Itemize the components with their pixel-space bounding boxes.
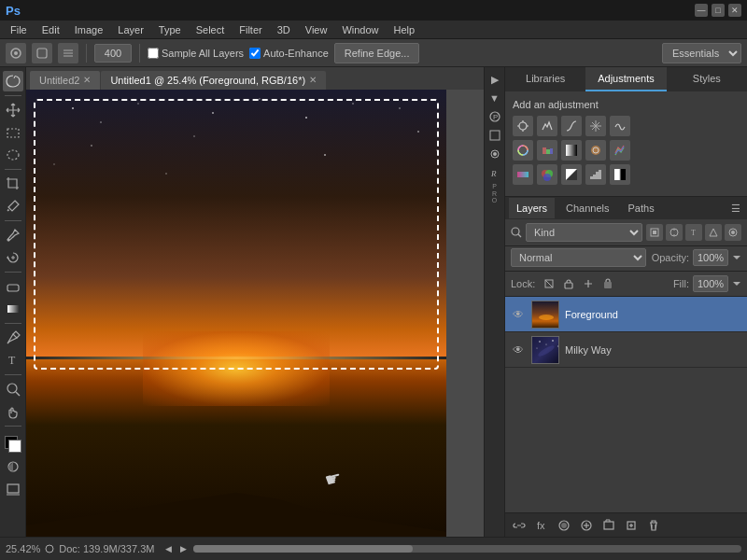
adj-levels-icon[interactable] [537,116,557,136]
tab-close-untitled1[interactable]: ✕ [309,71,317,90]
lasso-tool[interactable] [3,71,23,91]
tool-preset-icon[interactable] [6,43,26,63]
adj-curves-icon[interactable] [561,116,582,136]
brush-options-icon[interactable] [32,43,52,63]
title-bar-controls[interactable]: — □ ✕ [695,4,741,17]
ellipse-select-tool[interactable] [3,145,23,165]
size-input[interactable] [94,44,132,63]
brush-tool[interactable] [3,225,23,245]
opacity-input[interactable] [693,249,728,266]
auto-enhance-checkbox[interactable] [249,48,261,59]
layers-panel-menu[interactable]: ☰ [728,201,743,216]
new-adjustment-button[interactable] [578,517,595,534]
close-button[interactable]: ✕ [728,4,741,17]
zoom-tool[interactable] [3,379,23,399]
canvas-container[interactable]: ☛ [26,90,484,537]
eyedropper-tool[interactable] [3,196,23,217]
add-layer-style-button[interactable]: fx [533,517,550,534]
adj-brightness-icon[interactable] [513,116,533,136]
maximize-button[interactable]: □ [712,4,725,17]
sample-all-layers-checkbox[interactable] [148,48,159,59]
lock-image-icon[interactable] [560,275,577,292]
right-btn-5[interactable] [486,146,503,162]
menu-layer[interactable]: Layer [111,21,150,39]
menu-select[interactable]: Select [190,21,232,39]
delete-layer-button[interactable] [645,517,662,534]
tab-close-untitled2[interactable]: ✕ [83,71,91,90]
menu-help[interactable]: Help [388,21,422,39]
right-btn-4[interactable] [486,127,503,144]
filter-shape-icon[interactable] [705,224,722,241]
tab-libraries[interactable]: Libraries [505,67,585,91]
gradient-tool[interactable] [3,299,23,319]
layer-eye-foreground[interactable]: 👁 [511,307,526,322]
adj-hue-icon[interactable] [513,140,533,161]
menu-view[interactable]: View [299,21,334,39]
scrollbar-thumb[interactable] [193,545,413,553]
adj-blackwhite-icon[interactable] [561,140,582,161]
paths-tab[interactable]: Paths [621,198,662,218]
layer-row-milkyway[interactable]: 👁 [505,332,747,368]
layer-row-foreground[interactable]: 👁 [505,297,747,332]
minimize-button[interactable]: — [695,4,708,17]
menu-image[interactable]: Image [68,21,110,39]
pen-tool[interactable] [3,328,23,348]
channels-tab[interactable]: Channels [558,198,616,218]
new-group-button[interactable] [600,517,617,534]
filter-adjustment-icon[interactable] [666,224,683,241]
tab-adjustments[interactable]: Adjustments [585,67,666,91]
text-tool[interactable]: T [3,350,23,371]
filter-pixel-icon[interactable] [646,224,663,241]
adj-exposure-icon[interactable] [585,116,606,136]
hand-tool[interactable] [3,401,23,422]
menu-file[interactable]: File [4,21,34,39]
menu-type[interactable]: Type [152,21,188,39]
layers-kind-filter[interactable]: Kind [526,223,642,242]
right-btn-2[interactable]: ▼ [486,90,503,106]
nav-next[interactable]: ▶ [176,542,190,555]
menu-window[interactable]: Window [335,21,385,39]
adj-channel-mixer-icon[interactable] [610,140,630,161]
screen-mode-tool[interactable] [3,479,23,499]
lock-move-icon[interactable] [580,275,597,292]
refine-edge-button[interactable]: Refine Edge... [334,43,420,63]
auto-enhance-label[interactable]: Auto-Enhance [249,48,329,59]
color-swatches[interactable] [3,434,23,455]
adj-photo-filter-icon[interactable] [585,140,606,161]
sample-all-layers-label[interactable]: Sample All Layers [148,48,244,59]
clone-stamp-tool[interactable] [3,247,23,268]
blend-mode-dropdown[interactable]: Normal Multiply Screen Overlay [511,248,646,267]
adj-gradient-map-icon[interactable] [513,164,533,185]
right-btn-1[interactable]: ▶ [486,71,503,88]
filter-smart-icon[interactable] [725,224,741,241]
adj-threshold-icon[interactable] [610,164,630,185]
horizontal-scrollbar[interactable] [193,545,741,553]
menu-3d[interactable]: 3D [271,21,297,39]
link-layers-button[interactable] [511,517,528,534]
adj-selective-color-icon[interactable] [537,164,557,185]
add-mask-button[interactable] [556,517,572,534]
marquee-tool[interactable] [3,122,23,143]
menu-filter[interactable]: Filter [233,21,268,39]
adj-posterize-icon[interactable] [585,164,606,185]
workspace-dropdown[interactable]: Essentials [662,43,741,63]
tab-untitled1[interactable]: Untitled1 @ 25.4% (Foreground, RGB/16*) … [101,71,326,90]
nav-prev[interactable]: ◀ [162,542,175,555]
filter-type-icon[interactable]: T [685,224,702,241]
new-layer-button[interactable] [623,517,640,534]
menu-edit[interactable]: Edit [35,21,66,39]
tab-untitled2[interactable]: Untitled2 ✕ [30,71,100,90]
fill-input[interactable] [693,275,728,292]
adj-colorbalance-icon[interactable] [537,140,557,161]
eraser-tool[interactable] [3,276,23,297]
quick-mask-tool[interactable] [3,456,23,477]
layers-tab[interactable]: Layers [509,198,555,218]
tab-styles[interactable]: Styles [667,67,747,91]
move-tool[interactable] [3,100,23,120]
brush-settings-icon[interactable] [58,43,78,63]
adj-vibrance-icon[interactable] [610,116,630,136]
lock-transparent-icon[interactable] [541,275,557,292]
crop-tool[interactable] [3,174,23,194]
lock-all-icon[interactable] [599,275,616,292]
right-btn-3[interactable]: P [486,108,503,125]
